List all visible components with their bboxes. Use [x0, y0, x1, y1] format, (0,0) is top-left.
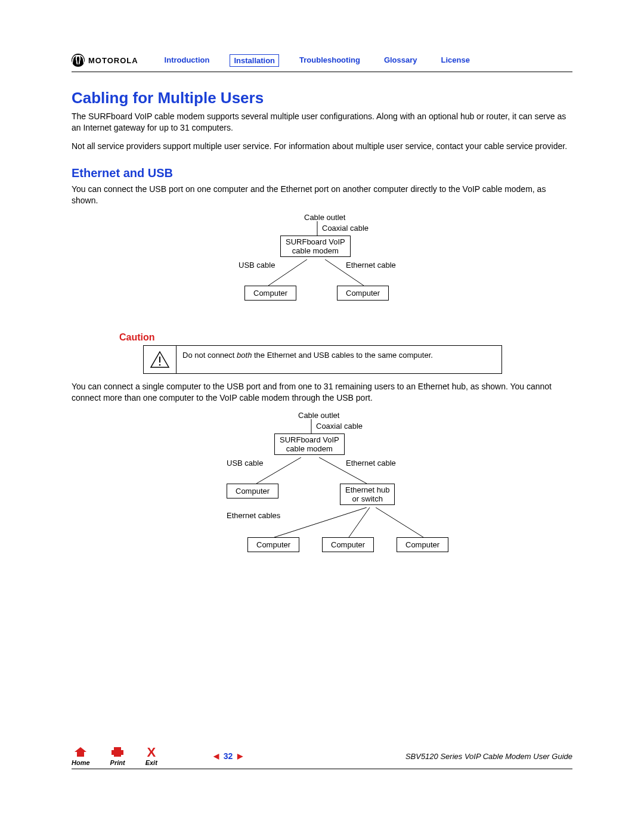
label-coaxial-cable: Coaxial cable	[322, 224, 369, 233]
box-computer-right: Computer	[337, 286, 389, 301]
page-title: Cabling for Multiple Users	[72, 89, 572, 107]
exit-icon: X	[145, 746, 157, 759]
svg-line-2	[325, 259, 364, 286]
svg-rect-15	[114, 755, 121, 757]
svg-line-7	[256, 457, 301, 484]
label-hub: Ethernet hub or switch	[345, 485, 389, 503]
svg-line-11	[376, 507, 423, 537]
diagram-two-computers: Cable outlet Coaxial cable SURFboard VoI…	[203, 213, 572, 320]
print-icon	[110, 747, 125, 759]
svg-line-8	[319, 457, 367, 484]
top-nav: Introduction Installation Troubleshootin…	[161, 54, 473, 67]
nav-troubleshooting[interactable]: Troubleshooting	[296, 54, 364, 67]
box-computer-a: Computer	[247, 537, 299, 552]
box-computer-usb: Computer	[227, 484, 278, 498]
footer-home-label: Home	[72, 759, 90, 766]
diagram-hub: Cable outlet Coaxial cable SURFboard VoI…	[191, 411, 572, 566]
svg-marker-12	[75, 747, 86, 757]
guide-title: SBV5120 Series VoIP Cable Modem User Gui…	[405, 752, 572, 761]
box-hub: Ethernet hub or switch	[340, 484, 395, 505]
label-modem-2: SURFboard VoIP cable modem	[280, 435, 339, 453]
page-navigator: ◀ 32 ▶	[213, 751, 243, 761]
nav-license[interactable]: License	[438, 54, 473, 67]
section-ethernet-usb: Ethernet and USB	[72, 166, 572, 180]
caution-text-post: the Ethernet and USB cables to the same …	[252, 351, 433, 360]
nav-installation[interactable]: Installation	[230, 54, 279, 67]
caution-text: Do not connect both the Ethernet and USB…	[177, 346, 501, 373]
footer-home-button[interactable]: Home	[72, 747, 90, 766]
footer-print-label: Print	[110, 759, 125, 766]
page-header: MOTOROLA Introduction Installation Troub…	[72, 54, 572, 72]
brand-name: MOTOROLA	[88, 56, 138, 65]
caution-box: Do not connect both the Ethernet and USB…	[143, 345, 502, 374]
svg-point-5	[159, 364, 161, 366]
svg-rect-14	[114, 747, 121, 750]
page-number: 32	[224, 751, 233, 761]
box-modem: SURFboard VoIP cable modem	[280, 236, 351, 257]
caution-heading: Caution	[119, 332, 572, 343]
label-modem: SURFboard VoIP cable modem	[286, 237, 345, 255]
paragraph-intro-1: The SURFboard VoIP cable modem supports …	[72, 111, 572, 134]
caution-text-em: both	[237, 351, 252, 360]
prev-page-button[interactable]: ◀	[213, 752, 219, 760]
footer-exit-button[interactable]: X Exit	[145, 746, 157, 766]
svg-rect-13	[112, 750, 123, 755]
box-computer-b: Computer	[322, 537, 374, 552]
caution-text-pre: Do not connect	[182, 351, 237, 360]
motorola-icon	[72, 54, 85, 67]
svg-line-9	[274, 507, 367, 537]
footer-print-button[interactable]: Print	[110, 747, 125, 766]
label-cable-outlet-2: Cable outlet	[298, 411, 339, 420]
home-icon	[72, 747, 90, 759]
nav-introduction[interactable]: Introduction	[161, 54, 213, 67]
box-modem-2: SURFboard VoIP cable modem	[274, 433, 345, 455]
brand-logo: MOTOROLA	[72, 54, 138, 67]
next-page-button[interactable]: ▶	[237, 752, 243, 760]
nav-glossary[interactable]: Glossary	[380, 54, 421, 67]
label-cable-outlet: Cable outlet	[304, 213, 345, 222]
label-coaxial-cable-2: Coaxial cable	[316, 422, 363, 431]
paragraph-eth-usb: You can connect the USB port on one comp…	[72, 184, 572, 206]
warning-icon	[144, 346, 177, 373]
paragraph-hub: You can connect a single computer to the…	[72, 381, 572, 404]
box-computer-left: Computer	[244, 286, 296, 301]
box-computer-c: Computer	[397, 537, 448, 552]
footer-exit-label: Exit	[145, 759, 157, 766]
svg-line-1	[268, 259, 307, 286]
paragraph-intro-2: Not all service providers support multip…	[72, 141, 572, 152]
page-footer: Home Print X Exit ◀ 32 ▶ SBV5120 Series	[72, 746, 572, 769]
